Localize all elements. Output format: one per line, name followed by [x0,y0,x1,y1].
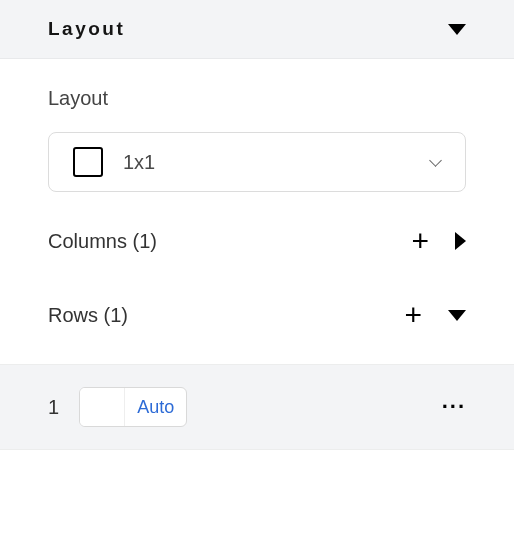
columns-label: Columns (1) [48,230,157,253]
add-row-button[interactable]: + [404,300,422,330]
row-size-input[interactable]: Auto [79,387,187,427]
row-size-value[interactable] [80,388,124,426]
rows-label: Rows (1) [48,304,128,327]
add-column-button[interactable]: + [411,226,429,256]
rows-controls: + [404,300,466,330]
row-index: 1 [48,396,59,419]
layout-selected-value: 1x1 [123,151,155,174]
panel-title: Layout [48,18,125,40]
columns-row: Columns (1) + [0,192,514,266]
grid-1x1-icon [73,147,103,177]
columns-controls: + [411,226,466,256]
chevron-down-icon [429,156,441,168]
expand-columns-icon[interactable] [455,232,466,250]
panel-header[interactable]: Layout [0,0,514,59]
row-detail: 1 Auto ··· [0,364,514,450]
layout-label: Layout [48,87,466,110]
dropdown-content: 1x1 [73,147,155,177]
row-size-mode[interactable]: Auto [124,388,186,426]
row-more-button[interactable]: ··· [442,394,466,420]
layout-section: Layout 1x1 [0,59,514,192]
expand-rows-icon[interactable] [448,310,466,321]
collapse-icon [448,24,466,35]
layout-dropdown[interactable]: 1x1 [48,132,466,192]
row-detail-left: 1 Auto [48,387,187,427]
rows-row: Rows (1) + [0,266,514,340]
